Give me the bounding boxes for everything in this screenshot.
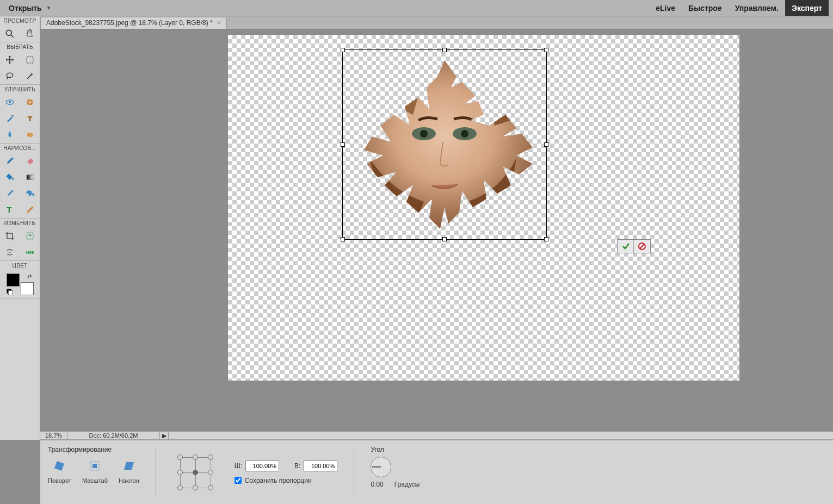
angle-label: Угол <box>371 446 419 453</box>
mode-expert[interactable]: Эксперт <box>785 0 829 16</box>
lasso-tool[interactable] <box>0 68 20 84</box>
constrain-checkbox[interactable] <box>235 477 242 484</box>
clone-stamp-tool[interactable] <box>20 110 40 127</box>
toolbox: ПРОСМОТР ВЫБРАТЬ УЛУЧШИТЬ <box>0 16 40 440</box>
status-more-icon[interactable]: ▶ <box>160 432 169 439</box>
anchor-br[interactable] <box>203 480 218 495</box>
move-tool[interactable] <box>0 52 20 68</box>
marquee-tool[interactable] <box>20 52 40 68</box>
anchor-ml[interactable] <box>172 465 188 480</box>
angle-value: 0.00 <box>371 481 383 488</box>
toolbox-header-color: ЦВЕТ <box>0 261 40 270</box>
mode-quick[interactable]: Быстрое <box>682 0 729 16</box>
document-tab[interactable]: AdobeStock_98237755.jpeg @ 18.7% (Layer … <box>40 17 227 29</box>
hand-tool[interactable] <box>20 26 40 42</box>
redeye-tool[interactable] <box>0 94 20 110</box>
anchor-tc[interactable] <box>188 450 203 465</box>
background-color[interactable] <box>21 282 34 295</box>
toolbox-header-view: ПРОСМОТР <box>0 16 40 26</box>
commit-transform-button[interactable] <box>618 240 634 253</box>
document-canvas[interactable] <box>228 35 739 381</box>
magic-wand-tool[interactable] <box>20 68 40 84</box>
transform-rotate-mode[interactable]: Поворот <box>48 459 71 484</box>
close-tab-icon[interactable]: × <box>217 19 221 27</box>
zoom-tool[interactable] <box>0 26 20 42</box>
mode-tabs: eLive Быстрое Управляем. Эксперт <box>649 0 829 16</box>
document-tab-bar: AdobeStock_98237755.jpeg @ 18.7% (Layer … <box>0 16 833 29</box>
width-input[interactable] <box>245 461 279 471</box>
svg-rect-2 <box>27 57 33 63</box>
mode-elive[interactable]: eLive <box>649 0 682 16</box>
svg-point-9 <box>27 133 33 137</box>
width-label: Ш: <box>235 462 242 470</box>
svg-line-4 <box>27 74 32 79</box>
canvas-area <box>40 29 833 440</box>
document-tab-title: AdobeStock_98237755.jpeg @ 18.7% (Layer … <box>46 19 213 27</box>
svg-line-27 <box>640 244 644 248</box>
spot-heal-tool[interactable] <box>20 94 40 110</box>
crop-tool[interactable] <box>0 228 20 244</box>
constrain-label: Сохранить пропорции <box>245 477 312 484</box>
straighten-tool[interactable] <box>20 244 40 260</box>
anchor-tl[interactable] <box>172 450 188 465</box>
content-aware-tool[interactable] <box>0 244 20 260</box>
height-label: В: <box>294 462 300 470</box>
sponge-tool[interactable] <box>20 127 40 143</box>
pencil-tool[interactable] <box>20 202 40 218</box>
tool-options-panel: Трансформирование Поворот Масштаб Наклон <box>40 440 833 504</box>
type-tool[interactable]: T <box>0 202 20 218</box>
anchor-mr[interactable] <box>203 465 218 480</box>
toolbox-header-enhance: УЛУЧШИТЬ <box>0 85 40 94</box>
foreground-color[interactable] <box>7 273 20 287</box>
transform-handle-tr[interactable] <box>544 48 548 52</box>
svg-rect-14 <box>27 175 33 179</box>
recompose-tool[interactable] <box>20 228 40 244</box>
angle-dial[interactable] <box>371 457 391 477</box>
app-top-bar: Открыть ▼ eLive Быстрое Управляем. Экспе… <box>0 0 833 16</box>
divider <box>354 448 354 496</box>
transform-handle-bc[interactable] <box>442 237 447 241</box>
svg-text:T: T <box>7 205 11 214</box>
transform-skew-mode[interactable]: Наклон <box>119 459 139 484</box>
mode-guided[interactable]: Управляем. <box>729 0 785 16</box>
anchor-tr[interactable] <box>203 450 218 465</box>
transform-handle-bl[interactable] <box>341 237 345 241</box>
anchor-center[interactable] <box>188 465 203 480</box>
height-input[interactable] <box>304 461 337 471</box>
dropdown-arrow-icon: ▼ <box>46 5 52 11</box>
scale-icon <box>86 459 103 473</box>
blur-tool[interactable] <box>0 127 20 143</box>
transform-handle-br[interactable] <box>544 237 548 241</box>
transform-handle-ml[interactable] <box>341 142 345 147</box>
open-menu[interactable]: Открыть ▼ <box>4 2 56 15</box>
svg-point-11 <box>30 135 32 136</box>
eraser-tool[interactable] <box>20 153 40 169</box>
toolbox-header-select: ВЫБРАТЬ <box>0 42 40 52</box>
svg-point-3 <box>7 73 13 77</box>
svg-line-1 <box>11 35 14 38</box>
swap-colors-icon[interactable]: ⇄ <box>27 273 32 279</box>
rotate-icon <box>51 459 68 473</box>
transform-handle-tc[interactable] <box>442 48 447 52</box>
color-swatch: ⇄ <box>7 273 34 295</box>
shape-tool[interactable] <box>20 185 40 202</box>
default-colors-icon[interactable] <box>7 289 13 295</box>
smart-brush-tool[interactable] <box>0 110 20 127</box>
options-title: Трансформирование <box>48 446 139 453</box>
brush-tool[interactable] <box>0 153 20 169</box>
transform-bounding-box[interactable] <box>342 49 547 240</box>
anchor-bc[interactable] <box>188 480 203 495</box>
transform-handle-mr[interactable] <box>544 142 548 147</box>
anchor-bl[interactable] <box>172 480 188 495</box>
toolbox-header-modify: ИЗМЕНИТЬ <box>0 219 40 228</box>
skew-icon <box>120 459 138 473</box>
svg-rect-17 <box>26 251 33 253</box>
eyedropper-tool[interactable] <box>0 185 20 202</box>
open-label: Открыть <box>9 4 42 13</box>
status-zoom[interactable]: 18.7% <box>40 432 67 439</box>
paint-bucket-tool[interactable] <box>0 169 20 185</box>
cancel-transform-button[interactable] <box>634 240 650 253</box>
transform-scale-mode[interactable]: Масштаб <box>82 459 108 484</box>
gradient-tool[interactable] <box>20 169 40 185</box>
transform-handle-tl[interactable] <box>341 48 345 52</box>
